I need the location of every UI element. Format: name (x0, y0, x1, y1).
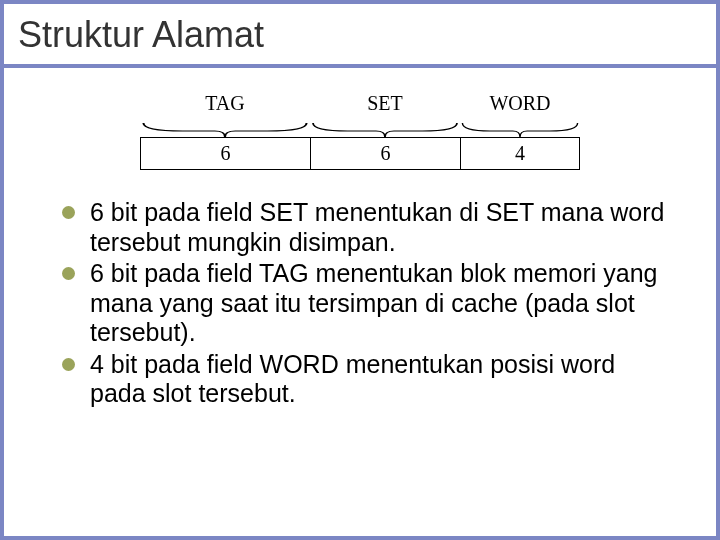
field-label-word: WORD (460, 92, 580, 121)
bullet-icon (62, 267, 75, 280)
bullet-icon (62, 206, 75, 219)
bullet-text: 4 bit pada field WORD menentukan posisi … (90, 350, 615, 408)
title-bar: Struktur Alamat (4, 4, 716, 68)
list-item: 6 bit pada field TAG menentukan blok mem… (62, 259, 668, 348)
field-labels-row: TAG SET WORD (140, 92, 580, 121)
slide: Struktur Alamat TAG SET WORD 6 (0, 0, 720, 540)
field-label-set: SET (310, 92, 460, 121)
content-area: TAG SET WORD 6 6 4 (4, 68, 716, 431)
brace-icon (140, 121, 310, 137)
list-item: 6 bit pada field SET menentukan di SET m… (62, 198, 668, 257)
brace-icon (310, 121, 460, 137)
bullet-text: 6 bit pada field SET menentukan di SET m… (90, 198, 664, 256)
brace-icon (460, 121, 580, 137)
field-bits-row: 6 6 4 (140, 137, 580, 170)
field-bits-tag: 6 (141, 138, 311, 169)
field-bits-set: 6 (311, 138, 461, 169)
bullet-list: 6 bit pada field SET menentukan di SET m… (52, 198, 668, 409)
field-label-tag: TAG (140, 92, 310, 121)
bullet-icon (62, 358, 75, 371)
bullet-text: 6 bit pada field TAG menentukan blok mem… (90, 259, 657, 346)
field-bits-word: 4 (461, 138, 579, 169)
brace-row (140, 121, 580, 137)
address-structure-diagram: TAG SET WORD 6 6 4 (140, 92, 580, 170)
page-title: Struktur Alamat (18, 14, 702, 56)
list-item: 4 bit pada field WORD menentukan posisi … (62, 350, 668, 409)
